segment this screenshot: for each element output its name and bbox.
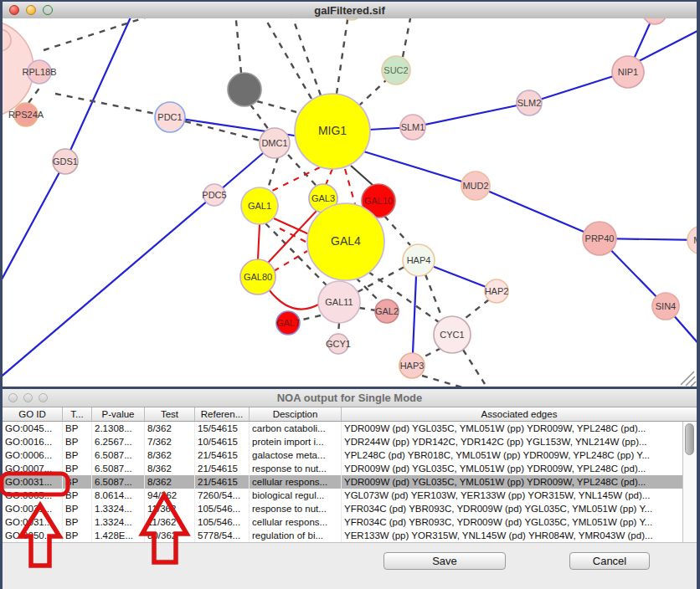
save-button[interactable]: Save [383, 552, 506, 570]
table-row[interactable]: GO:0065...BP8.0614...94/3627260/54...bio… [3, 489, 682, 502]
close-button-inactive-icon[interactable] [8, 393, 18, 402]
node-label: GAL2 [375, 306, 399, 316]
column-header-edges[interactable]: Associated edges [342, 407, 697, 421]
cell-edges: YDR009W (pd) YGL035C, YML051W (pp) YDR00… [342, 422, 682, 435]
column-header-go[interactable]: GO ID [3, 407, 63, 421]
zoom-button-inactive-icon[interactable] [39, 393, 48, 402]
cell-edges: YDR009W (pd) YGL035C, YML051W (pp) YDR00… [342, 462, 682, 475]
node-label: NIP1 [618, 67, 638, 77]
cell-go: GO:0031... [3, 502, 63, 515]
cell-desc: galactose meta... [250, 448, 342, 462]
cell-type: BP [63, 422, 92, 435]
network-edge [421, 348, 441, 358]
cell-p: 2.1308... [92, 422, 145, 435]
network-edge [476, 186, 600, 238]
cell-type: BP [63, 489, 92, 502]
cell-test: 80/362 [145, 529, 195, 542]
minimize-button-icon[interactable] [26, 5, 36, 15]
cell-desc: response to nut... [250, 462, 342, 475]
node-label: SIN4 [656, 301, 676, 311]
network-edge [337, 18, 348, 94]
node-label: GAL1 [248, 201, 271, 211]
cell-ref: 5778/54... [195, 529, 250, 542]
table-row[interactable]: GO:0006...BP6.5087...8/36221/54615galact… [3, 448, 682, 462]
network-edge [3, 195, 214, 379]
table-body[interactable]: GO:0045...BP2.1308...8/36215/54615carbon… [3, 422, 682, 542]
cell-p: 6.5087... [92, 475, 145, 489]
cell-edges: YPL248C (pd) YBR018C, YML051W (pp) YDR00… [342, 448, 682, 462]
column-header-desc[interactable]: Desciption [250, 407, 342, 421]
cell-edges: YFR034C (pd) YBR093C, YDR009W (pd) YGL03… [342, 515, 682, 529]
node-label: GDS1 [53, 156, 78, 166]
node-label: MSI [693, 235, 697, 245]
network-window-title: galFiltered.sif [3, 4, 697, 17]
cell-p: 6.5087... [92, 448, 145, 462]
cell-desc: regulation of bi... [250, 529, 342, 542]
cell-edges: YFR034C (pd) YBR093C, YDR009W (pd) YGL03… [342, 502, 682, 515]
cell-p: 8.0614... [92, 489, 145, 502]
cell-ref: 105/546... [195, 515, 250, 529]
zoom-button-icon[interactable] [43, 5, 53, 15]
column-header-ref[interactable]: Referen... [195, 407, 250, 421]
network-edge [261, 18, 311, 99]
cell-test: 8/362 [145, 462, 195, 475]
noa-window-footer: Save Cancel [3, 542, 697, 589]
network-edge [326, 169, 332, 185]
node-label: SLM1 [401, 122, 425, 132]
network-edge [299, 315, 321, 320]
network-edge [425, 274, 442, 318]
network-edge [461, 300, 489, 321]
node-label: GAL80 [244, 272, 272, 282]
node-label: RPS24A [8, 110, 44, 120]
node-label: GAL7 [276, 318, 300, 328]
network-node-unlabeled[interactable] [228, 73, 261, 106]
cell-go: GO:0031... [3, 515, 63, 529]
cell-edges: YGL073W (pd) YER103W, YER133W (pp) YOR31… [342, 489, 682, 502]
cell-type: BP [63, 502, 92, 515]
column-header-type[interactable]: T... [63, 407, 92, 421]
cancel-button[interactable]: Cancel [569, 552, 650, 570]
cell-test: 8/362 [145, 475, 195, 489]
table-row[interactable]: GO:0045...BP2.1308...8/36215/54615carbon… [3, 422, 682, 435]
cell-ref: 21/54615 [195, 448, 250, 462]
table-row[interactable]: GO:0050...BP1.428E...80/3625778/54...reg… [3, 529, 682, 542]
network-edge [65, 18, 134, 161]
network-canvas[interactable]: RPL18BRPS24AGDS1PDC1MIG1SUC2SLM1SLM2NIP1… [3, 18, 697, 387]
network-node-unlabeled[interactable] [342, 18, 362, 20]
table-row[interactable]: GO:0031...BP6.5087...8/36221/54615cellul… [3, 475, 682, 489]
cell-p: 1.3324... [92, 515, 145, 529]
cell-go: GO:0050... [3, 529, 63, 542]
network-edge [637, 29, 697, 62]
network-window-titlebar[interactable]: galFiltered.sif [3, 2, 697, 19]
node-label: CYC1 [440, 330, 464, 340]
cell-test: 7/362 [145, 435, 195, 448]
cell-desc: cellular respons... [250, 515, 342, 529]
network-edge [268, 157, 278, 188]
table-row[interactable]: GO:0031...BP1.3324...11/362105/546...res… [3, 502, 682, 515]
cell-test: 8/362 [145, 422, 195, 435]
noa-window-titlebar[interactable]: NOA output for Single Mode [3, 389, 697, 407]
cell-p: 6.2567... [92, 435, 145, 448]
network-edge [269, 289, 320, 310]
cell-test: 94/362 [145, 489, 195, 502]
cell-test: 11/362 [145, 502, 195, 515]
scrollbar-thumb[interactable] [685, 423, 694, 455]
node-label: GAL11 [325, 297, 353, 307]
network-edge [291, 18, 321, 95]
node-label: DMC1 [261, 138, 287, 148]
cell-type: BP [63, 462, 92, 475]
cell-go: GO:0007... [3, 462, 63, 475]
network-edge [422, 376, 462, 387]
column-header-test[interactable]: Test [145, 407, 195, 421]
table-scrollbar[interactable] [682, 422, 697, 542]
close-button-icon[interactable] [9, 5, 19, 15]
network-edge [529, 74, 619, 103]
table-row[interactable]: GO:0031...BP1.3324...11/362105/546...cel… [3, 515, 682, 529]
table-row[interactable]: GO:0007...BP6.5087...8/36221/54615respon… [3, 462, 682, 475]
minimize-button-inactive-icon[interactable] [23, 393, 33, 402]
network-node-unlabeled[interactable] [643, 18, 667, 24]
column-header-p[interactable]: P-value [92, 407, 145, 421]
node-label: RPL18B [23, 67, 57, 77]
table-header[interactable]: GO IDT...P-valueTestReferen...Desciption… [3, 407, 697, 422]
table-row[interactable]: GO:0016...BP6.2567...7/36210/54615protei… [3, 435, 682, 448]
